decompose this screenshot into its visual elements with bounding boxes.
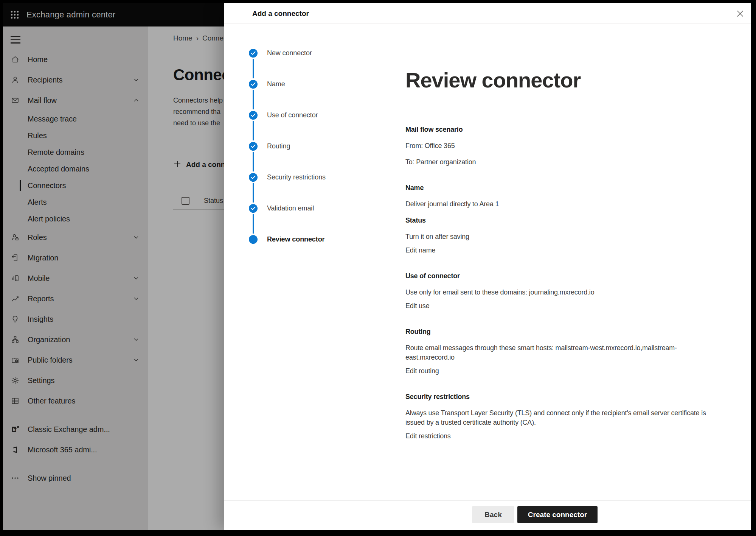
review-section-text: Deliver journal directly to Area 1 [405, 199, 714, 209]
edit-link-edit-routing[interactable]: Edit routing [405, 366, 714, 376]
review-panel: Review connector Mail flow scenarioFrom:… [383, 24, 751, 500]
review-section-heading: Mail flow scenario [405, 125, 714, 134]
wizard-step-label: Use of connector [267, 111, 318, 119]
step-current-dot-icon [249, 235, 258, 244]
wizard-step-name[interactable]: Name [224, 69, 383, 100]
edit-link-edit-name[interactable]: Edit name [405, 246, 714, 255]
wizard-step-use-of-connector[interactable]: Use of connector [224, 100, 383, 131]
create-connector-button[interactable]: Create connector [517, 506, 598, 523]
review-section-text: Route email messages through these smart… [405, 343, 714, 362]
app-window: Exchange admin center HomeRecipientsMail… [3, 3, 751, 530]
review-section-heading: Use of connector [405, 271, 714, 281]
wizard-steps-panel: New connectorNameUse of connectorRouting… [224, 24, 383, 500]
step-completed-check-icon [249, 204, 258, 213]
wizard-step-label: Validation email [267, 204, 314, 212]
edit-link-edit-use[interactable]: Edit use [405, 301, 714, 311]
review-sections: Mail flow scenarioFrom: Office 365To: Pa… [405, 125, 714, 441]
close-icon[interactable] [734, 8, 746, 19]
wizard-step-label: Security restrictions [267, 173, 326, 181]
wizard-step-new-connector[interactable]: New connector [224, 37, 383, 69]
section-gap [405, 174, 714, 183]
step-completed-check-icon [249, 142, 258, 151]
edit-link-edit-restrictions[interactable]: Edit restrictions [405, 432, 714, 441]
review-heading: Review connector [405, 68, 751, 93]
step-completed-check-icon [249, 80, 258, 89]
step-completed-check-icon [249, 173, 258, 182]
wizard-step-review-connector[interactable]: Review connector [224, 224, 383, 255]
section-gap [405, 383, 714, 392]
wizard-step-label: Routing [267, 142, 290, 150]
section-gap [405, 262, 714, 271]
wizard-header: Add a connector [224, 3, 751, 24]
review-section-heading: Routing [405, 327, 714, 337]
review-section-text: Turn it on after saving [405, 232, 714, 242]
back-button[interactable]: Back [472, 506, 514, 523]
wizard-step-label: New connector [267, 49, 312, 57]
wizard-stepper: New connectorNameUse of connectorRouting… [224, 37, 383, 255]
review-section-text: To: Partner organization [405, 157, 714, 167]
wizard-step-security-restrictions[interactable]: Security restrictions [224, 162, 383, 193]
step-completed-check-icon [249, 111, 258, 120]
wizard-step-routing[interactable]: Routing [224, 131, 383, 162]
wizard-title: Add a connector [252, 3, 309, 24]
review-section-text: From: Office 365 [405, 141, 714, 151]
screen: Exchange admin center HomeRecipientsMail… [0, 0, 756, 536]
section-gap [405, 318, 714, 327]
review-section-text: Use only for email sent to these domains… [405, 288, 714, 297]
step-completed-check-icon [249, 49, 258, 58]
review-section-heading: Status [405, 216, 714, 225]
wizard-footer: Back Create connector [224, 500, 751, 530]
wizard-step-label: Name [267, 80, 285, 88]
review-section-heading: Name [405, 183, 714, 193]
wizard-step-label: Review connector [267, 235, 324, 243]
wizard-step-validation-email[interactable]: Validation email [224, 193, 383, 224]
review-section-heading: Security restrictions [405, 392, 714, 402]
wizard-body: New connectorNameUse of connectorRouting… [224, 24, 751, 500]
add-connector-wizard: Add a connector New connectorNameUse of … [224, 3, 751, 530]
review-section-text: Always use Transport Layer Security (TLS… [405, 408, 714, 427]
